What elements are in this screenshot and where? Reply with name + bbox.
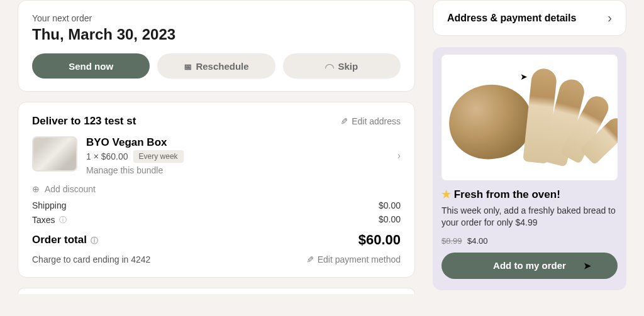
next-order-card: Your next order Thu, March 30, 2023 Send… [18, 0, 415, 92]
promo-cta-label: Add to my order [493, 260, 566, 271]
taxes-value: $0.00 [379, 214, 401, 226]
taxes-line: Taxes $0.00 [32, 214, 401, 226]
add-to-order-button[interactable]: Add to my order ➤ [441, 253, 618, 279]
deliver-to-title: Deliver to 123 test st [32, 115, 136, 128]
chevron-right-icon: › [397, 150, 401, 161]
shipping-label: Shipping [32, 200, 67, 210]
partial-card [18, 288, 415, 294]
charge-text: Charge to card ending in 4242 [32, 254, 150, 264]
promo-image: ➤ [441, 55, 618, 180]
reschedule-button[interactable]: Reschedule [157, 53, 275, 79]
pencil-icon [340, 116, 348, 126]
manage-bundle-link[interactable]: Manage this bundle [86, 165, 401, 175]
address-payment-card[interactable]: Address & payment details [433, 0, 626, 36]
cursor-icon: ➤ [584, 261, 591, 271]
cursor-icon: ➤ [520, 72, 528, 82]
shipping-value: $0.00 [379, 200, 401, 210]
promo-card: ➤ ★ Fresh from the oven! This week only,… [433, 47, 626, 290]
skip-label: Skip [338, 61, 358, 72]
order-total-value: $60.00 [358, 232, 401, 248]
plus-circle-icon [32, 184, 40, 194]
info-icon[interactable] [59, 214, 67, 226]
send-now-button[interactable]: Send now [32, 53, 150, 79]
product-row[interactable]: BYO Vegan Box 1 × $60.00 Every week Mana… [32, 136, 401, 175]
delivery-card: Deliver to 123 test st Edit address BYO … [18, 102, 415, 278]
frequency-badge: Every week [133, 150, 184, 163]
taxes-label: Taxes [32, 215, 55, 225]
promo-old-price: $8.99 [441, 236, 462, 246]
edit-address-link[interactable]: Edit address [340, 116, 401, 126]
add-discount-link[interactable]: Add discount [32, 184, 401, 194]
promo-title: Fresh from the oven! [454, 188, 560, 200]
product-name: BYO Vegan Box [86, 136, 401, 149]
add-discount-label: Add discount [45, 184, 96, 194]
promo-description: This week only, add a freshly baked brea… [441, 205, 618, 229]
star-icon: ★ [441, 188, 451, 200]
product-image [32, 136, 77, 172]
address-payment-title: Address & payment details [447, 13, 576, 24]
edit-payment-label: Edit payment method [318, 254, 401, 264]
shipping-line: Shipping $0.00 [32, 200, 401, 210]
order-total-label: Order total [32, 234, 87, 246]
next-order-label: Your next order [32, 13, 401, 23]
promo-sale-price: $4.00 [467, 236, 488, 246]
skip-button[interactable]: Skip [283, 53, 401, 79]
product-qty-price: 1 × $60.00 [86, 151, 128, 161]
edit-payment-link[interactable]: Edit payment method [306, 254, 401, 264]
charge-row: Charge to card ending in 4242 Edit payme… [32, 254, 401, 264]
pencil-icon [306, 254, 314, 264]
info-icon[interactable] [91, 234, 98, 246]
reschedule-label: Reschedule [196, 61, 248, 72]
edit-address-label: Edit address [352, 116, 401, 126]
skip-icon [325, 64, 334, 68]
calendar-icon [184, 61, 192, 72]
next-order-date: Thu, March 30, 2023 [32, 26, 401, 43]
chevron-right-icon [608, 11, 612, 25]
order-total-row: Order total $60.00 [32, 232, 401, 248]
